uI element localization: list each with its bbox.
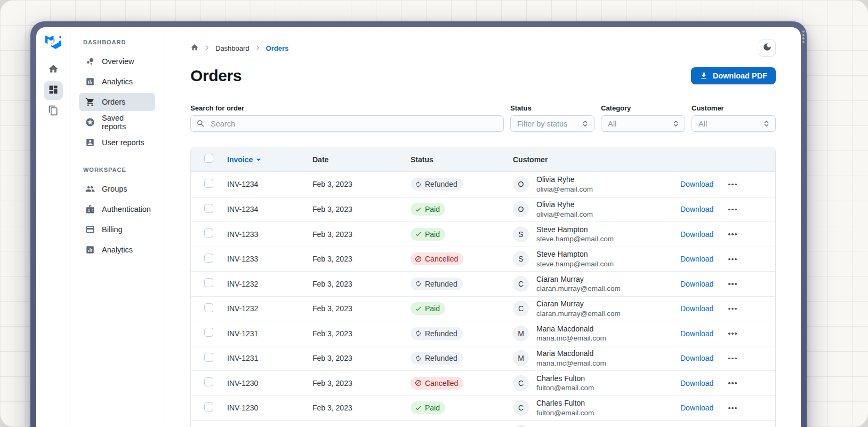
- sidebar-item-groups[interactable]: Groups: [79, 180, 155, 198]
- avatar: [513, 425, 529, 427]
- table-row[interactable]: INV-1233 Feb 3, 2023 Cancelled S Steve H…: [191, 247, 775, 272]
- row-checkbox[interactable]: [204, 377, 213, 386]
- sidebar-item-authentication[interactable]: Authentication: [79, 200, 155, 218]
- avatar: M: [513, 326, 529, 342]
- nav-section: WORKSPACE Groups Authentication Billing …: [70, 167, 164, 259]
- sidebar-item-orders[interactable]: Orders: [79, 93, 155, 111]
- search-field: [190, 115, 504, 132]
- icon-rail: [36, 27, 70, 427]
- row-checkbox[interactable]: [204, 353, 213, 362]
- rail-home-button[interactable]: [44, 60, 63, 80]
- date-cell: Feb 3, 2023: [312, 354, 411, 362]
- row-more-button[interactable]: [727, 379, 738, 388]
- category-select[interactable]: All: [601, 115, 685, 132]
- bar-chart-icon: [85, 77, 95, 86]
- check-icon: [415, 305, 422, 312]
- date-cell: Feb 3, 2023: [312, 230, 411, 239]
- theme-toggle-button[interactable]: [759, 39, 776, 57]
- table-row[interactable]: INV-1234 Feb 3, 2023 Paid O Olivia Ryhe …: [191, 197, 775, 222]
- nav-section-label: DASHBOARD: [83, 39, 164, 45]
- table-row[interactable]: INV-1232 Feb 3, 2023 Refunded C Ciaran M…: [191, 271, 775, 296]
- row-download-link[interactable]: Download: [680, 280, 713, 288]
- row-download-link[interactable]: Download: [680, 230, 713, 239]
- breadcrumb-orders[interactable]: Orders: [266, 44, 289, 52]
- category-filter: Category All: [601, 104, 685, 132]
- table-row[interactable]: INV-1234 Feb 3, 2023 Refunded O Olivia R…: [191, 172, 775, 197]
- check-icon: [415, 405, 422, 412]
- status-filter: Status Filter by status: [510, 104, 594, 132]
- row-download-link[interactable]: Download: [680, 329, 713, 338]
- block-icon: [415, 379, 422, 386]
- rail-dashboard-button[interactable]: [44, 81, 63, 100]
- nav-item-label: Analytics: [102, 77, 133, 86]
- row-download-link[interactable]: Download: [680, 180, 713, 188]
- column-header-invoice[interactable]: Invoice: [227, 155, 312, 164]
- row-checkbox[interactable]: [204, 254, 213, 263]
- sidebar-item-billing[interactable]: Billing: [79, 220, 155, 239]
- download-icon: [700, 72, 708, 80]
- row-more-button[interactable]: [727, 404, 738, 413]
- table-row[interactable]: INV-1231 Feb 3, 2023 Refunded M Maria Ma…: [191, 346, 775, 371]
- avatar: M: [513, 350, 529, 366]
- sidebar-item-analytics[interactable]: Analytics: [79, 73, 155, 91]
- row-more-button[interactable]: [727, 255, 738, 264]
- autorenew-icon: [415, 355, 422, 362]
- status-badge: Paid: [411, 401, 445, 414]
- customer-select[interactable]: All: [692, 115, 776, 132]
- status-select[interactable]: Filter by status: [510, 115, 594, 132]
- sidebar-item-analytics[interactable]: Analytics: [79, 241, 155, 259]
- sidebar-item-saved-reports[interactable]: Saved reports: [79, 113, 155, 131]
- status-filter-label: Status: [510, 104, 594, 112]
- table-row[interactable]: INV-1233 Feb 3, 2023 Paid S Steve Hampto…: [191, 222, 775, 247]
- row-more-button[interactable]: [727, 230, 738, 239]
- table-row[interactable]: [191, 420, 775, 427]
- chevron-right-icon: [255, 44, 261, 52]
- row-more-button[interactable]: [727, 354, 738, 363]
- invoice-cell: INV-1232: [227, 304, 312, 313]
- date-cell: Feb 3, 2023: [312, 404, 411, 412]
- row-more-button[interactable]: [727, 205, 738, 214]
- mui-logo[interactable]: [45, 35, 62, 51]
- row-download-link[interactable]: Download: [680, 304, 713, 313]
- row-more-button[interactable]: [727, 280, 738, 288]
- row-checkbox[interactable]: [204, 303, 213, 312]
- sidebar-nav: DASHBOARD Overview Analytics Orders Save…: [70, 27, 164, 427]
- cart-icon: [85, 97, 95, 107]
- row-download-link[interactable]: Download: [680, 379, 713, 388]
- breadcrumb-dashboard[interactable]: Dashboard: [215, 44, 250, 52]
- star-circle-icon: [85, 117, 95, 127]
- breadcrumb-home-icon[interactable]: [190, 43, 199, 53]
- table-row[interactable]: INV-1231 Feb 3, 2023 Refunded M Maria Ma…: [191, 321, 775, 346]
- row-download-link[interactable]: Download: [680, 404, 713, 412]
- row-checkbox[interactable]: [204, 204, 213, 213]
- avatar: O: [513, 201, 529, 217]
- window-scrollbar-dots[interactable]: [802, 30, 805, 43]
- row-more-button[interactable]: [727, 305, 738, 313]
- sidebar-item-overview[interactable]: Overview: [79, 52, 155, 70]
- rail-layers-button[interactable]: [44, 102, 63, 121]
- sidebar-item-user-reports[interactable]: User reports: [79, 133, 155, 152]
- table-row[interactable]: INV-1230 Feb 3, 2023 Cancelled C Charles…: [191, 370, 775, 396]
- row-download-link[interactable]: Download: [680, 205, 713, 213]
- id-badge-icon: [85, 204, 95, 214]
- select-all-checkbox[interactable]: [204, 154, 213, 163]
- customer-email: steve.hamp@email.com: [536, 259, 614, 269]
- row-checkbox[interactable]: [204, 278, 213, 287]
- customer-name: Steve Hampton: [536, 225, 614, 234]
- search-input[interactable]: [210, 119, 498, 129]
- row-more-button[interactable]: [727, 329, 738, 338]
- row-checkbox[interactable]: [204, 328, 213, 337]
- row-download-link[interactable]: Download: [680, 255, 713, 263]
- row-download-link[interactable]: Download: [680, 354, 713, 362]
- invoice-cell: INV-1231: [227, 354, 312, 362]
- nav-section: DASHBOARD Overview Analytics Orders Save…: [70, 39, 164, 152]
- table-row[interactable]: INV-1232 Feb 3, 2023 Paid C Ciaran Murra…: [191, 296, 775, 321]
- row-checkbox[interactable]: [204, 402, 213, 412]
- row-checkbox[interactable]: [204, 179, 213, 188]
- row-more-button[interactable]: [727, 180, 738, 189]
- autorenew-icon: [415, 330, 422, 337]
- status-badge: Cancelled: [411, 252, 463, 265]
- table-row[interactable]: INV-1230 Feb 3, 2023 Paid C Charles Fult…: [191, 396, 775, 421]
- row-checkbox[interactable]: [204, 228, 213, 238]
- download-pdf-button[interactable]: Download PDF: [691, 67, 776, 84]
